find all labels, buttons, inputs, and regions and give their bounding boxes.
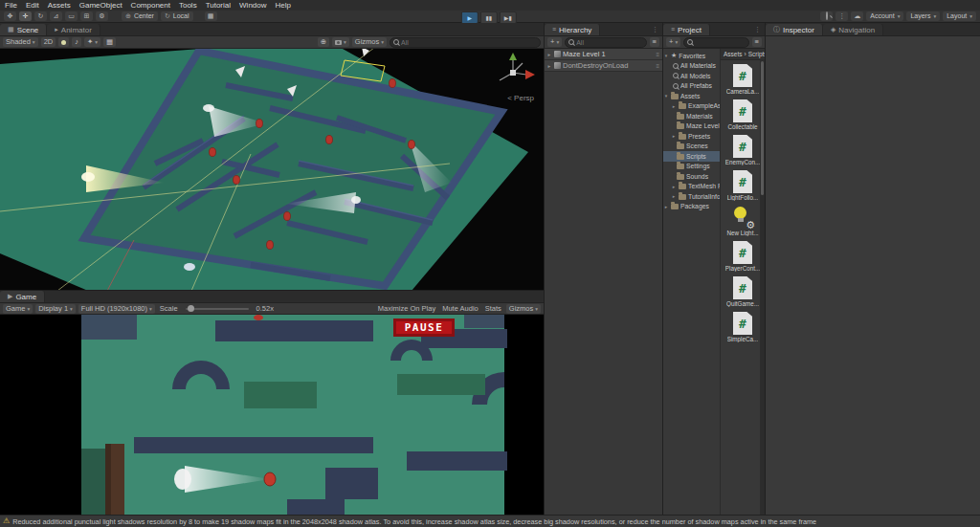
asset-item-cameral[interactable]: # CameraLa...: [721, 64, 765, 95]
scene-options-icon[interactable]: ≡: [656, 52, 660, 57]
asset-item-simpleca[interactable]: # SimpleCa...: [721, 312, 765, 342]
project-options-button[interactable]: ≡: [752, 37, 762, 47]
scene-orientation-gizmo[interactable]: [492, 52, 538, 94]
menu-component[interactable]: Component: [131, 1, 170, 10]
tree-folder-mazelevel1[interactable]: Maze Level 1: [663, 121, 720, 132]
asset-item-lightfollo[interactable]: # LightFollo...: [721, 170, 765, 201]
tree-all-prefabs[interactable]: All Prefabs: [663, 81, 720, 92]
expand-arrow-icon[interactable]: ▸: [663, 204, 669, 209]
expand-arrow-icon[interactable]: ▸: [671, 193, 677, 199]
tab-hierarchy[interactable]: ≡ Hierarchy: [545, 24, 600, 35]
menu-edit[interactable]: Edit: [26, 1, 39, 10]
x-axis-cone[interactable]: [525, 70, 535, 79]
hierarchy-dontdestroy-row[interactable]: ▸ DontDestroyOnLoad ≡: [545, 60, 662, 72]
create-object-dropdown[interactable]: + ▾: [547, 37, 562, 47]
expand-arrow-icon[interactable]: ▸: [671, 133, 677, 139]
gizmo-center-cube[interactable]: [510, 70, 516, 76]
tree-folder-scenes[interactable]: Scenes: [663, 142, 720, 152]
grid-snapping-button[interactable]: ▦: [205, 11, 217, 21]
y-axis-cone[interactable]: [509, 53, 517, 60]
scene-audio-toggle[interactable]: ♪: [72, 37, 81, 47]
tree-favorites[interactable]: ▾ ★ Favorites: [663, 51, 720, 61]
hierarchy-options-button[interactable]: ≡: [650, 37, 659, 47]
tab-scene[interactable]: ▦ Scene: [0, 24, 47, 35]
expand-arrow-icon[interactable]: ▾: [663, 93, 669, 99]
account-dropdown[interactable]: Account ▾: [866, 11, 903, 21]
scene-fx-dropdown[interactable]: ✦ ▾: [84, 37, 100, 47]
rotate-tool-button[interactable]: ↻: [34, 11, 47, 21]
asset-item-playercont[interactable]: # PlayerCont...: [721, 241, 765, 272]
tab-inspector[interactable]: ⓘ Inspector: [766, 24, 823, 35]
rect-tool-button[interactable]: ▭: [65, 11, 78, 21]
grid-visibility-dropdown[interactable]: ▦: [103, 37, 116, 47]
scale-tool-button[interactable]: ⊿: [50, 11, 62, 21]
menu-tools[interactable]: Tools: [179, 1, 197, 10]
tab-animator[interactable]: ▸ Animator: [47, 24, 100, 35]
display-dropdown[interactable]: Display 1 ▾: [35, 304, 76, 314]
tree-folder-sounds[interactable]: Sounds: [663, 171, 720, 182]
menu-file[interactable]: File: [5, 1, 17, 10]
hierarchy-search[interactable]: [565, 37, 646, 48]
status-bar[interactable]: ⚠ Reduced additional punctual light shad…: [0, 515, 980, 527]
expand-arrow-icon[interactable]: ▸: [546, 52, 552, 57]
tree-folder-settings[interactable]: Settings: [663, 162, 720, 172]
transform-tool-button[interactable]: ⊞: [80, 11, 93, 21]
layout-dropdown[interactable]: Layout ▾: [943, 11, 976, 21]
stats-toggle[interactable]: Stats: [483, 304, 503, 313]
menu-gameobject[interactable]: GameObject: [79, 1, 122, 10]
tree-folder-exampleassets[interactable]: ▸ ExampleAssets: [663, 101, 720, 112]
panel-menu-icon[interactable]: ⋮: [648, 26, 662, 33]
menu-assets[interactable]: Assets: [48, 1, 71, 10]
scene-options-icon[interactable]: ≡: [656, 63, 660, 69]
scene-search-input[interactable]: [401, 39, 537, 46]
game-canvas[interactable]: PAUSE: [0, 315, 544, 516]
expand-arrow-icon[interactable]: ▸: [671, 103, 677, 109]
pivot-toggle-button[interactable]: ⊕ Center: [122, 11, 158, 21]
panel-menu-icon[interactable]: ⋮: [750, 26, 765, 33]
menu-window[interactable]: Window: [239, 1, 266, 10]
global-search-button[interactable]: [820, 11, 833, 21]
expand-arrow-icon[interactable]: ▸: [671, 184, 677, 189]
scale-slider[interactable]: [186, 308, 249, 310]
project-search-input[interactable]: [695, 39, 745, 46]
asset-item-newlight[interactable]: ⚙ New Light...: [721, 206, 765, 236]
menu-help[interactable]: Help: [276, 1, 291, 10]
scrollbar-thumb[interactable]: [761, 61, 764, 195]
activity-indicator-button[interactable]: ⋮: [835, 11, 848, 21]
asset-item-enemycon[interactable]: # EnemyCon...: [721, 135, 765, 165]
scene-gizmos-dropdown[interactable]: Gizmos ▾: [352, 37, 387, 47]
status-message[interactable]: Reduced additional punctual light shadow…: [12, 517, 816, 526]
game-gizmos-dropdown[interactable]: Gizmos ▾: [506, 304, 541, 314]
hierarchy-search-input[interactable]: [576, 39, 642, 46]
pause-button[interactable]: PAUSE: [393, 318, 455, 337]
breadcrumb-current[interactable]: Scripts: [748, 51, 765, 57]
scene-lighting-toggle[interactable]: [58, 37, 69, 47]
tab-game[interactable]: ▶ Game: [0, 291, 45, 302]
tree-folder-tutorialinfo[interactable]: ▸ TutorialInfo: [663, 191, 720, 202]
2d-toggle-button[interactable]: 2D: [41, 37, 56, 47]
tab-project[interactable]: ≡ Project: [663, 24, 710, 35]
move-tool-button[interactable]: ✛: [19, 11, 32, 21]
expand-arrow-icon[interactable]: ▾: [663, 53, 669, 58]
expand-arrow-icon[interactable]: ▸: [546, 63, 552, 69]
layers-dropdown[interactable]: Layers ▾: [906, 11, 940, 21]
tree-folder-scripts[interactable]: Scripts: [663, 151, 720, 162]
custom-tool-button[interactable]: ⚙: [96, 11, 108, 21]
handle-space-toggle-button[interactable]: ↻ Local: [161, 11, 193, 21]
asset-item-collectable[interactable]: # Collectable: [721, 99, 765, 130]
project-search[interactable]: [683, 37, 748, 48]
tree-folder-textmeshpro[interactable]: ▸ TextMesh Pro: [663, 182, 720, 192]
maximize-on-play-toggle[interactable]: Maximize On Play: [376, 304, 437, 313]
scale-slider-knob[interactable]: [188, 305, 194, 312]
cloud-services-button[interactable]: ☁: [851, 11, 863, 21]
game-mode-dropdown[interactable]: Game ▾: [3, 304, 33, 314]
hand-tool-button[interactable]: ✥: [4, 11, 16, 21]
tree-folder-presets[interactable]: ▸ Presets: [663, 131, 720, 142]
tab-navigation[interactable]: ◈ Navigation: [823, 24, 883, 35]
tree-all-materials[interactable]: All Materials: [663, 61, 720, 72]
breadcrumb-root[interactable]: Assets: [724, 51, 743, 57]
mute-audio-toggle[interactable]: Mute Audio: [440, 304, 480, 313]
tree-assets-root[interactable]: ▾ Assets: [663, 91, 720, 101]
hierarchy-scene-row[interactable]: ▸ Maze Level 1 ≡: [545, 49, 662, 60]
resolution-dropdown[interactable]: Full HD (1920x1080) ▾: [78, 304, 155, 314]
